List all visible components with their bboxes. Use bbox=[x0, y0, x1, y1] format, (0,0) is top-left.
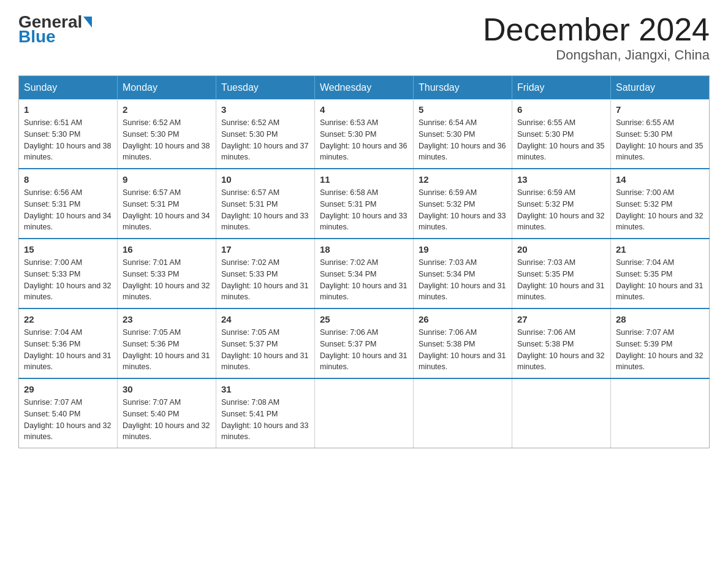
day-info: Sunrise: 7:07 AM Sunset: 5:40 PM Dayligh… bbox=[123, 397, 211, 443]
calendar-day-cell: 8 Sunrise: 6:56 AM Sunset: 5:31 PM Dayli… bbox=[19, 169, 118, 239]
calendar-day-cell: 20 Sunrise: 7:03 AM Sunset: 5:35 PM Dayl… bbox=[512, 239, 611, 308]
calendar-day-cell: 14 Sunrise: 7:00 AM Sunset: 5:32 PM Dayl… bbox=[611, 169, 710, 239]
calendar-day-cell: 1 Sunrise: 6:51 AM Sunset: 5:30 PM Dayli… bbox=[19, 99, 118, 169]
logo-blue-text: Blue bbox=[18, 27, 56, 46]
day-info: Sunrise: 7:02 AM Sunset: 5:33 PM Dayligh… bbox=[221, 257, 309, 303]
day-number: 2 bbox=[123, 104, 211, 115]
day-info: Sunrise: 7:05 AM Sunset: 5:37 PM Dayligh… bbox=[221, 327, 309, 373]
day-number: 29 bbox=[24, 384, 112, 394]
day-info: Sunrise: 7:03 AM Sunset: 5:34 PM Dayligh… bbox=[419, 257, 507, 303]
calendar-day-cell: 31 Sunrise: 7:08 AM Sunset: 5:41 PM Dayl… bbox=[216, 378, 315, 448]
day-info: Sunrise: 6:52 AM Sunset: 5:30 PM Dayligh… bbox=[123, 117, 211, 163]
day-number: 6 bbox=[517, 104, 605, 115]
day-number: 12 bbox=[419, 174, 507, 185]
day-number: 7 bbox=[616, 104, 704, 115]
day-number: 28 bbox=[616, 314, 704, 324]
logo: General Blue bbox=[18, 12, 93, 47]
month-title: December 2024 bbox=[483, 12, 710, 47]
day-info: Sunrise: 6:57 AM Sunset: 5:31 PM Dayligh… bbox=[123, 187, 211, 233]
calendar-day-cell: 22 Sunrise: 7:04 AM Sunset: 5:36 PM Dayl… bbox=[19, 308, 118, 378]
calendar-day-cell: 23 Sunrise: 7:05 AM Sunset: 5:36 PM Dayl… bbox=[118, 308, 216, 378]
day-info: Sunrise: 6:59 AM Sunset: 5:32 PM Dayligh… bbox=[517, 187, 605, 233]
day-number: 18 bbox=[320, 244, 408, 255]
day-info: Sunrise: 7:04 AM Sunset: 5:36 PM Dayligh… bbox=[24, 327, 112, 373]
calendar-week-row: 1 Sunrise: 6:51 AM Sunset: 5:30 PM Dayli… bbox=[19, 99, 710, 169]
calendar-day-cell: 12 Sunrise: 6:59 AM Sunset: 5:32 PM Dayl… bbox=[414, 169, 512, 239]
calendar-day-cell: 28 Sunrise: 7:07 AM Sunset: 5:39 PM Dayl… bbox=[611, 308, 710, 378]
calendar-day-cell: 4 Sunrise: 6:53 AM Sunset: 5:30 PM Dayli… bbox=[315, 99, 414, 169]
day-info: Sunrise: 7:04 AM Sunset: 5:35 PM Dayligh… bbox=[616, 257, 704, 303]
calendar-day-header-monday: Monday bbox=[118, 76, 216, 100]
day-number: 4 bbox=[320, 104, 408, 115]
day-number: 27 bbox=[517, 314, 605, 324]
day-number: 19 bbox=[419, 244, 507, 255]
day-number: 9 bbox=[123, 174, 211, 185]
day-number: 31 bbox=[221, 384, 309, 394]
day-number: 8 bbox=[24, 174, 112, 185]
calendar-day-cell: 9 Sunrise: 6:57 AM Sunset: 5:31 PM Dayli… bbox=[118, 169, 216, 239]
calendar-day-cell: 5 Sunrise: 6:54 AM Sunset: 5:30 PM Dayli… bbox=[414, 99, 512, 169]
calendar-day-cell: 26 Sunrise: 7:06 AM Sunset: 5:38 PM Dayl… bbox=[414, 308, 512, 378]
calendar-day-cell: 21 Sunrise: 7:04 AM Sunset: 5:35 PM Dayl… bbox=[611, 239, 710, 308]
calendar-day-cell bbox=[315, 378, 414, 448]
day-info: Sunrise: 7:06 AM Sunset: 5:38 PM Dayligh… bbox=[517, 327, 605, 373]
day-number: 5 bbox=[419, 104, 507, 115]
page-header: General Blue December 2024 Dongshan, Jia… bbox=[18, 12, 710, 63]
day-info: Sunrise: 7:00 AM Sunset: 5:32 PM Dayligh… bbox=[616, 187, 704, 233]
day-number: 21 bbox=[616, 244, 704, 255]
calendar-day-header-saturday: Saturday bbox=[611, 76, 710, 100]
day-info: Sunrise: 7:01 AM Sunset: 5:33 PM Dayligh… bbox=[123, 257, 211, 303]
logo-arrow-icon bbox=[83, 17, 92, 28]
day-info: Sunrise: 7:06 AM Sunset: 5:38 PM Dayligh… bbox=[419, 327, 507, 373]
calendar-day-header-wednesday: Wednesday bbox=[315, 76, 414, 100]
calendar-day-cell: 15 Sunrise: 7:00 AM Sunset: 5:33 PM Dayl… bbox=[19, 239, 118, 308]
day-number: 3 bbox=[221, 104, 309, 115]
calendar-week-row: 29 Sunrise: 7:07 AM Sunset: 5:40 PM Dayl… bbox=[19, 378, 710, 448]
calendar-day-cell: 13 Sunrise: 6:59 AM Sunset: 5:32 PM Dayl… bbox=[512, 169, 611, 239]
day-number: 23 bbox=[123, 314, 211, 324]
day-number: 14 bbox=[616, 174, 704, 185]
calendar-day-cell: 10 Sunrise: 6:57 AM Sunset: 5:31 PM Dayl… bbox=[216, 169, 315, 239]
calendar-day-cell bbox=[512, 378, 611, 448]
calendar-day-cell: 29 Sunrise: 7:07 AM Sunset: 5:40 PM Dayl… bbox=[19, 378, 118, 448]
day-info: Sunrise: 6:51 AM Sunset: 5:30 PM Dayligh… bbox=[24, 117, 112, 163]
calendar-day-header-sunday: Sunday bbox=[19, 76, 118, 100]
calendar-day-header-tuesday: Tuesday bbox=[216, 76, 315, 100]
day-number: 22 bbox=[24, 314, 112, 324]
calendar-day-cell: 25 Sunrise: 7:06 AM Sunset: 5:37 PM Dayl… bbox=[315, 308, 414, 378]
day-info: Sunrise: 6:54 AM Sunset: 5:30 PM Dayligh… bbox=[419, 117, 507, 163]
day-info: Sunrise: 7:05 AM Sunset: 5:36 PM Dayligh… bbox=[123, 327, 211, 373]
calendar-day-cell bbox=[414, 378, 512, 448]
calendar-day-cell: 19 Sunrise: 7:03 AM Sunset: 5:34 PM Dayl… bbox=[414, 239, 512, 308]
day-info: Sunrise: 6:52 AM Sunset: 5:30 PM Dayligh… bbox=[221, 117, 309, 163]
day-number: 11 bbox=[320, 174, 408, 185]
day-info: Sunrise: 7:07 AM Sunset: 5:40 PM Dayligh… bbox=[24, 397, 112, 443]
day-number: 17 bbox=[221, 244, 309, 255]
day-number: 10 bbox=[221, 174, 309, 185]
day-number: 15 bbox=[24, 244, 112, 255]
day-info: Sunrise: 7:02 AM Sunset: 5:34 PM Dayligh… bbox=[320, 257, 408, 303]
title-section: December 2024 Dongshan, Jiangxi, China bbox=[483, 12, 710, 63]
calendar-day-header-thursday: Thursday bbox=[414, 76, 512, 100]
calendar-day-cell: 30 Sunrise: 7:07 AM Sunset: 5:40 PM Dayl… bbox=[118, 378, 216, 448]
day-info: Sunrise: 7:06 AM Sunset: 5:37 PM Dayligh… bbox=[320, 327, 408, 373]
day-info: Sunrise: 6:57 AM Sunset: 5:31 PM Dayligh… bbox=[221, 187, 309, 233]
calendar-day-cell: 16 Sunrise: 7:01 AM Sunset: 5:33 PM Dayl… bbox=[118, 239, 216, 308]
location: Dongshan, Jiangxi, China bbox=[483, 47, 710, 63]
calendar-week-row: 8 Sunrise: 6:56 AM Sunset: 5:31 PM Dayli… bbox=[19, 169, 710, 239]
calendar-day-cell bbox=[611, 378, 710, 448]
day-number: 16 bbox=[123, 244, 211, 255]
calendar-day-cell: 27 Sunrise: 7:06 AM Sunset: 5:38 PM Dayl… bbox=[512, 308, 611, 378]
day-number: 25 bbox=[320, 314, 408, 324]
day-info: Sunrise: 7:00 AM Sunset: 5:33 PM Dayligh… bbox=[24, 257, 112, 303]
calendar-day-cell: 11 Sunrise: 6:58 AM Sunset: 5:31 PM Dayl… bbox=[315, 169, 414, 239]
day-info: Sunrise: 6:53 AM Sunset: 5:30 PM Dayligh… bbox=[320, 117, 408, 163]
calendar-day-header-friday: Friday bbox=[512, 76, 611, 100]
day-number: 26 bbox=[419, 314, 507, 324]
calendar-day-cell: 6 Sunrise: 6:55 AM Sunset: 5:30 PM Dayli… bbox=[512, 99, 611, 169]
day-number: 30 bbox=[123, 384, 211, 394]
day-info: Sunrise: 7:08 AM Sunset: 5:41 PM Dayligh… bbox=[221, 397, 309, 443]
calendar-week-row: 22 Sunrise: 7:04 AM Sunset: 5:36 PM Dayl… bbox=[19, 308, 710, 378]
day-info: Sunrise: 6:55 AM Sunset: 5:30 PM Dayligh… bbox=[517, 117, 605, 163]
day-info: Sunrise: 6:56 AM Sunset: 5:31 PM Dayligh… bbox=[24, 187, 112, 233]
